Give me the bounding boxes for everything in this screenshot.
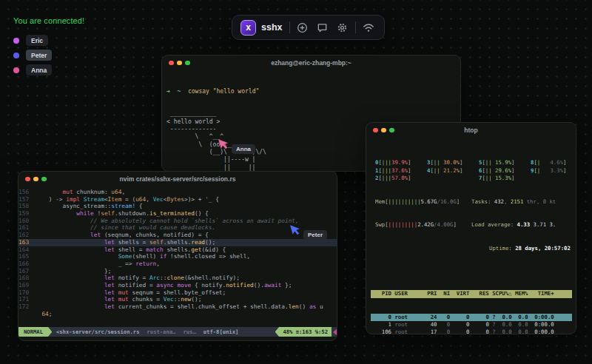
cpu-meter: 1[|||37.6%] (375, 167, 427, 175)
code-line: 169 let notified = async move { notify.n… (18, 282, 337, 289)
user-color-dot (13, 67, 19, 73)
statusline-end-cap (333, 328, 337, 336)
code-line: 166 _ => return, (18, 260, 337, 268)
cursor-name-badge: Peter (303, 230, 327, 240)
terminal-titlebar[interactable]: ezhang@eric-zhang-mbp:~ (162, 55, 460, 70)
lsp-client: rus… (183, 327, 195, 337)
nvim-editor[interactable]: 156 mut chunknum: u64,157 ) -> impl Stre… (18, 186, 337, 321)
terminal-titlebar[interactable]: htop (366, 123, 576, 138)
code-line: 157 ) -> impl Stream<Item = (u64, Vec<By… (18, 196, 337, 203)
settings-button[interactable] (335, 20, 350, 35)
network-status-button[interactable] (361, 20, 376, 35)
terminal-title: nvim crates/sshx-server/src/session.rs (18, 172, 337, 186)
statusline-middle: <shx-server/src/session.rs rust-ana… rus… (52, 327, 275, 337)
wifi-icon (363, 23, 374, 33)
line-number: 172 (18, 303, 35, 311)
line-number (18, 311, 35, 318)
cpu-meter-empty (427, 175, 479, 183)
line-number: 160 (18, 218, 35, 225)
code-line: 160 // We absolutely cannot hold `shells… (18, 218, 337, 225)
code-line: 64; (18, 311, 337, 318)
line-number: 163 (18, 239, 35, 246)
terminal-window-htop: htop 0[|||39.9%]3[|| 30.0%]5[|| 15.9%]8[… (366, 122, 576, 334)
process-row[interactable]: 0 root 24 0 0 0 ? 0.0 0.0 0:00.0 (371, 314, 572, 321)
file-path: <shx-server/src/session.rs (56, 327, 140, 337)
toolbar: x sshx (232, 15, 385, 40)
cpu-meter: 5[|| 15.9%] (479, 159, 531, 167)
cpu-meter: 2[|||57.0%] (375, 175, 427, 183)
line-number: 165 (18, 253, 35, 260)
code-line: 162 let (seqnum, chunks, notified) = { (18, 232, 337, 239)
cpu-meter-empty (531, 175, 576, 183)
terminal-title: ezhang@eric-zhang-mbp:~ (162, 55, 460, 70)
line-number: 167 (18, 268, 35, 275)
process-table-rows: 0 root 24 0 0 0 ? 0.0 0.0 0:00.0 1 root … (371, 314, 571, 334)
user-list-item: Peter (13, 50, 84, 61)
lsp-client: rust-ana… (147, 327, 175, 337)
app-name: sshx (261, 22, 283, 33)
cpu-meters: 0[|||39.9%]3[|| 30.0%]5[|| 15.9%]8[| 4.6… (375, 159, 571, 183)
terminal-window-nvim: nvim crates/sshx-server/src/session.rs 1… (18, 171, 337, 341)
user-badge-peter: Peter (26, 50, 52, 61)
line-number: 161 (18, 224, 35, 232)
cpu-meter: 3[|| 30.0%] (427, 159, 479, 167)
htop-screen[interactable]: 0[|||39.9%]3[|| 30.0%]5[|| 15.9%]8[| 4.6… (366, 138, 576, 334)
line-number: 170 (18, 289, 35, 297)
plus-circle-icon (297, 22, 308, 33)
code-line: 156 mut chunknum: u64, (18, 189, 337, 196)
code-line: 163 let shells = self.shells.read(); (18, 239, 337, 246)
user-list: EricPeterAnna (13, 35, 84, 75)
user-color-dot (13, 53, 19, 58)
code-line: 164 let shell = match shells.get(&id) { (18, 246, 337, 254)
process-table: PID USER PRI NI VIRT RES SCPU%△ MEM% TIM… (371, 274, 571, 334)
line-number: 162 (18, 232, 35, 239)
code-line: 167 }; (18, 268, 337, 275)
line-number: 159 (18, 210, 35, 218)
cursor-name-badge: Anna (232, 144, 255, 154)
nvim-statusline: NORMAL <shx-server/src/session.rs rust-a… (18, 327, 337, 337)
connection-status: You are connected! (13, 16, 84, 25)
cpu-meter: 9[| 3.3%] (531, 167, 576, 175)
cpu-meter: 4[|| 21.2%] (427, 167, 479, 175)
line-number: 156 (18, 189, 35, 196)
user-list-item: Eric (13, 35, 84, 46)
code-line: 159 while !self.shutdown.is_terminated()… (18, 210, 337, 218)
process-row[interactable]: 1 root 40 0 0 0 ? 0.0 0.0 0:00.0 (371, 321, 572, 328)
new-terminal-button[interactable] (295, 20, 310, 35)
toolbar-divider (355, 21, 356, 33)
shell-command-line: ➜ ~ cowsay "hello world" (166, 88, 456, 95)
memory-meter: Mem[||||||||||5.67G/16.0G] (375, 198, 471, 206)
load-average: Load average: 4.33 3.71 3. (471, 221, 556, 229)
line-number: 158 (18, 203, 35, 210)
line-number: 166 (18, 260, 35, 268)
tasks-summary: Tasks: 432, 2151 thr, 0 kt (471, 198, 556, 206)
terminal-title: htop (366, 123, 576, 138)
remote-cursor-anna: Anna (218, 137, 230, 151)
file-encoding: utf-8[unix] (204, 327, 239, 337)
user-badge-eric: Eric (26, 35, 48, 46)
cpu-meter: 6[|| 29.6%] (479, 167, 531, 175)
cursor-pointer-icon (289, 221, 304, 238)
cpu-meter: 8[| 4.6%] (531, 159, 576, 167)
code-line: 171 let mut chunks = Vec::new(); (18, 296, 337, 303)
sshx-logo-icon: x (240, 20, 256, 36)
uptime: Uptime: 28 days, 20:57:02 (489, 245, 571, 253)
code-line: 172 let current_chunks = shell.chunk_off… (18, 303, 337, 311)
cpu-meter: 7[|| 15.3%] (479, 175, 531, 183)
user-color-dot (13, 38, 19, 44)
remote-cursor-peter: Peter (290, 223, 302, 237)
line-number: 164 (18, 246, 35, 254)
gear-icon (337, 22, 348, 33)
presence-panel: You are connected! EricPeterAnna (13, 16, 84, 75)
process-row[interactable]: 106 root 17 0 0 0 ? 0.0 0.0 0:00.0 (371, 328, 572, 334)
chat-button[interactable] (315, 20, 330, 35)
cursor-position: 48% ≡:163 ℅:52 (279, 327, 332, 337)
line-number: 168 (18, 274, 35, 282)
process-table-header[interactable]: PID USER PRI NI VIRT RES SCPU%△ MEM% TIM… (371, 290, 572, 298)
code-line: 168 let notify = Arc::clone(&shell.notif… (18, 274, 337, 282)
line-number: 157 (18, 196, 35, 203)
terminal-titlebar[interactable]: nvim crates/sshx-server/src/session.rs (18, 172, 337, 186)
user-badge-anna: Anna (26, 64, 52, 75)
user-list-item: Anna (13, 64, 84, 75)
vim-mode-indicator: NORMAL (18, 327, 48, 337)
